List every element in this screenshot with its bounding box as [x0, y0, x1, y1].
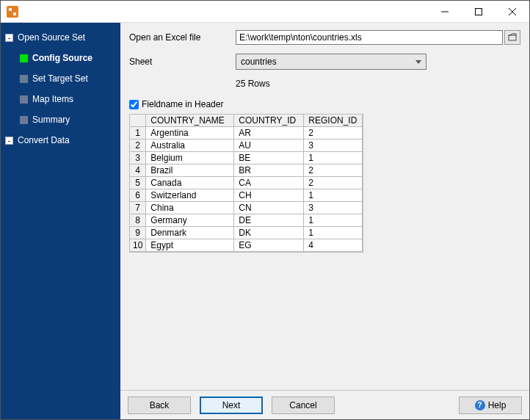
sidebar-item-label: Map Items — [32, 94, 73, 104]
svg-rect-1 — [476, 8, 482, 15]
sheet-select-value: countries — [241, 57, 277, 67]
row-number: 2 — [130, 140, 146, 152]
row-number: 7 — [130, 202, 146, 214]
cell[interactable]: EG — [234, 239, 304, 252]
cell[interactable]: Egypt — [146, 239, 234, 252]
help-button[interactable]: ? Help — [459, 397, 522, 414]
table-row[interactable]: 3BelgiumBE1 — [130, 152, 363, 164]
row-number: 6 — [130, 189, 146, 202]
row-number: 5 — [130, 177, 146, 189]
row-number: 9 — [130, 227, 146, 239]
browse-file-button[interactable] — [504, 30, 520, 45]
cell[interactable]: Switzerland — [146, 189, 234, 202]
sidebar-item-label: Convert Data — [18, 135, 70, 145]
maximize-button[interactable] — [462, 1, 495, 23]
sidebar-item-open-source-set[interactable]: -Open Source Set — [1, 27, 120, 48]
sidebar-item-map-items[interactable]: Map Items — [1, 89, 120, 109]
tree-node-icon — [20, 95, 28, 104]
cell[interactable]: 2 — [304, 177, 363, 189]
cell[interactable]: Denmark — [146, 227, 234, 239]
form-area: Open an Excel file Sheet countries 25 Ro… — [120, 23, 529, 390]
cell[interactable]: AR — [234, 127, 304, 140]
grid-corner — [130, 115, 146, 127]
row-number: 1 — [130, 127, 146, 140]
table-row[interactable]: 6SwitzerlandCH1 — [130, 189, 363, 202]
cell[interactable]: Germany — [146, 214, 234, 227]
sheet-label: Sheet — [129, 57, 236, 67]
cell[interactable]: Argentina — [146, 127, 234, 140]
button-bar: Back Next Cancel ? Help — [120, 390, 529, 419]
cell[interactable]: 2 — [304, 127, 363, 140]
open-folder-icon — [508, 33, 517, 42]
data-grid: COUNTRY_NAMECOUNTRY_IDREGION_ID1Argentin… — [129, 114, 363, 253]
cell[interactable]: 2 — [304, 164, 363, 177]
column-header[interactable]: COUNTRY_ID — [234, 115, 304, 127]
table-row[interactable]: 8GermanyDE1 — [130, 214, 363, 227]
table-row[interactable]: 10EgyptEG4 — [130, 239, 363, 252]
sidebar-item-config-source[interactable]: Config Source — [1, 48, 120, 68]
sidebar-item-label: Set Target Set — [32, 73, 88, 84]
cell[interactable]: China — [146, 202, 234, 214]
help-icon: ? — [475, 400, 485, 410]
table-row[interactable]: 5CanadaCA2 — [130, 177, 363, 189]
sidebar-item-label: Summary — [32, 115, 70, 125]
fieldname-header-checkbox[interactable] — [129, 100, 139, 109]
column-header[interactable]: COUNTRY_NAME — [146, 115, 234, 127]
row-number: 10 — [130, 239, 146, 252]
row-number: 4 — [130, 164, 146, 177]
sheet-select[interactable]: countries — [236, 54, 426, 70]
fieldname-header-label: Fieldname in Header — [142, 99, 223, 109]
cell[interactable]: Brazil — [146, 164, 234, 177]
wizard-sidebar: -Open Source SetConfig SourceSet Target … — [1, 23, 120, 419]
row-number: 3 — [130, 152, 146, 164]
cell[interactable]: Australia — [146, 140, 234, 152]
table-row[interactable]: 4BrazilBR2 — [130, 164, 363, 177]
cell[interactable]: DK — [234, 227, 304, 239]
cell[interactable]: Canada — [146, 177, 234, 189]
row-count-label: 25 Rows — [236, 79, 270, 89]
cell[interactable]: 1 — [304, 152, 363, 164]
cell[interactable]: 4 — [304, 239, 363, 252]
cell[interactable]: CN — [234, 202, 304, 214]
file-path-input[interactable] — [236, 30, 503, 45]
table-row[interactable]: 7ChinaCN3 — [130, 202, 363, 214]
app-icon — [7, 6, 18, 18]
chevron-down-icon — [415, 60, 421, 64]
table-row[interactable]: 1ArgentinaAR2 — [130, 127, 363, 140]
cell[interactable]: CH — [234, 189, 304, 202]
sidebar-item-set-target-set[interactable]: Set Target Set — [1, 68, 120, 89]
help-button-label: Help — [488, 400, 507, 410]
tree-node-icon — [20, 54, 28, 62]
sidebar-item-summary[interactable]: Summary — [1, 109, 120, 130]
column-header[interactable]: REGION_ID — [304, 115, 363, 127]
row-number: 8 — [130, 214, 146, 227]
sidebar-item-convert-data[interactable]: -Convert Data — [1, 130, 120, 151]
cell[interactable]: 1 — [304, 227, 363, 239]
tree-node-icon — [20, 116, 28, 124]
cancel-button[interactable]: Cancel — [272, 397, 335, 414]
cell[interactable]: 1 — [304, 189, 363, 202]
svg-rect-4 — [509, 35, 516, 40]
back-button[interactable]: Back — [128, 397, 191, 414]
cell[interactable]: DE — [234, 214, 304, 227]
cell[interactable]: Belgium — [146, 152, 234, 164]
cell[interactable]: 3 — [304, 202, 363, 214]
minimize-button[interactable] — [428, 1, 462, 23]
sidebar-item-label: Open Source Set — [18, 32, 85, 43]
title-bar — [1, 1, 529, 23]
cell[interactable]: BR — [234, 164, 304, 177]
tree-toggle-icon[interactable]: - — [5, 34, 13, 42]
cell[interactable]: AU — [234, 140, 304, 152]
cell[interactable]: CA — [234, 177, 304, 189]
tree-node-icon — [20, 75, 28, 83]
cell[interactable]: BE — [234, 152, 304, 164]
cell[interactable]: 3 — [304, 140, 363, 152]
table-row[interactable]: 2AustraliaAU3 — [130, 140, 363, 152]
cell[interactable]: 1 — [304, 214, 363, 227]
file-label: Open an Excel file — [129, 32, 236, 43]
next-button[interactable]: Next — [200, 397, 263, 414]
sidebar-item-label: Config Source — [32, 53, 92, 63]
close-button[interactable] — [495, 1, 529, 23]
table-row[interactable]: 9DenmarkDK1 — [130, 227, 363, 239]
tree-toggle-icon[interactable]: - — [5, 137, 13, 145]
